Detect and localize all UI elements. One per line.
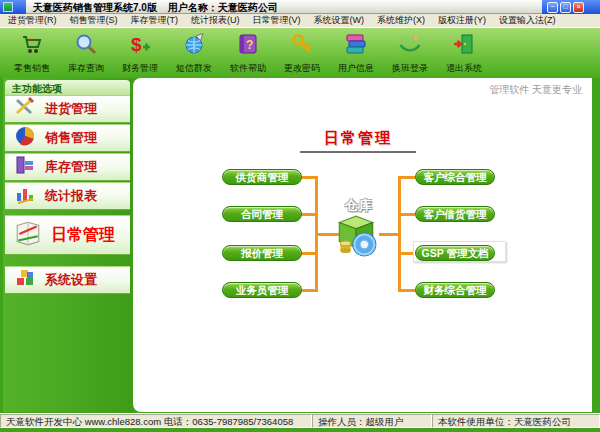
help-icon: ? (236, 32, 260, 60)
status-licensed-company: 本软件使用单位：天意医药公司 (432, 414, 600, 428)
diagram-button-supplier[interactable]: 供货商管理 (222, 169, 302, 185)
tool-label: 库存查询 (68, 62, 104, 75)
exit-icon (452, 32, 476, 60)
status-developer-info: 天意软件开发中心 www.chle828.com 电话：0635-7987985… (0, 414, 312, 428)
title-bar: 天意医药销售管理系统7.0版 用户名称：天意医药公司 − □ × (0, 0, 600, 14)
search-icon (74, 32, 98, 60)
connector-left-stub-2 (301, 213, 316, 216)
menu-purchase[interactable]: 进货管理(R) (8, 14, 57, 27)
sidebar-item-settings[interactable]: 系统设置 (5, 266, 130, 294)
tool-label: 用户信息 (338, 62, 374, 75)
menu-bar: 进货管理(R) 销售管理(S) 库存管理(T) 统计报表(U) 日常管理(V) … (0, 14, 600, 28)
sidebar-item-label: 销售管理 (45, 129, 97, 147)
toolbar-shift-login[interactable]: 换班登录 (386, 32, 434, 75)
diagram-button-salesman[interactable]: 业务员管理 (222, 282, 302, 298)
tool-label: 财务管理 (122, 62, 158, 75)
tool-label: 退出系统 (446, 62, 482, 75)
window-controls: − □ × (542, 0, 600, 14)
settings-icon (14, 267, 36, 293)
connector-right-stub-2 (401, 213, 415, 216)
toolbar-retail-sales[interactable]: 零售销售 (8, 32, 56, 75)
menu-input-method[interactable]: 设置输入法(Z) (499, 14, 556, 27)
toolbar-help[interactable]: ? 软件帮助 (224, 32, 272, 75)
sidebar-item-purchase[interactable]: 进货管理 (5, 95, 130, 123)
menu-registration[interactable]: 版权注册(Y) (438, 14, 486, 27)
daily-icon (14, 219, 42, 251)
purchase-icon (14, 96, 36, 122)
heading-divider (300, 151, 416, 153)
tool-label: 零售销售 (14, 62, 50, 75)
sidebar-item-inventory[interactable]: 库存管理 (5, 153, 130, 181)
status-bar: 天意软件开发中心 www.chle828.com 电话：0635-7987985… (0, 413, 600, 428)
toolbar-user-info[interactable]: 用户信息 (332, 32, 380, 75)
menu-maintenance[interactable]: 系统维护(X) (377, 14, 425, 27)
toolbar-exit[interactable]: 退出系统 (440, 32, 488, 75)
report-icon (14, 183, 36, 209)
menu-sales[interactable]: 销售管理(S) (70, 14, 118, 27)
menu-inventory[interactable]: 库存管理(T) (131, 14, 179, 27)
sidebar-item-label: 日常管理 (51, 225, 115, 246)
cart-icon (20, 32, 44, 60)
finance-icon: $ (128, 32, 152, 60)
toolbar-stock-query[interactable]: 库存查询 (62, 32, 110, 75)
restore-button[interactable]: □ (560, 2, 571, 13)
sidebar-item-daily[interactable]: 日常管理 (5, 215, 130, 255)
sidebar-item-label: 系统设置 (45, 271, 97, 289)
warehouse-icon (333, 212, 379, 258)
diagram-button-customer-borrow[interactable]: 客户借货管理 (415, 206, 495, 222)
minimize-button[interactable]: − (547, 2, 558, 13)
connector-right-stub-1 (401, 176, 415, 179)
diagram-button-contract[interactable]: 合同管理 (222, 206, 302, 222)
toolbar-sms[interactable]: 短信群发 (170, 32, 218, 75)
sidebar-header: 主功能选项 (5, 80, 130, 95)
diagram-button-gsp-docs[interactable]: GSP 管理文档 (415, 245, 495, 261)
sidebar-item-reports[interactable]: 统计报表 (5, 182, 130, 210)
toolbar-change-password[interactable]: 更改密码 (278, 32, 326, 75)
connector-left-stub-1 (301, 176, 316, 179)
inventory-icon (14, 154, 36, 180)
status-operator: 操作人员：超级用户 (312, 414, 432, 428)
main-content-panel: 管理软件 天意更专业 日常管理 仓库 (133, 78, 592, 412)
tool-label: 软件帮助 (230, 62, 266, 75)
tool-label: 换班登录 (392, 62, 428, 75)
sidebar-item-sales[interactable]: 销售管理 (5, 124, 130, 152)
titlebar-left-block (0, 0, 26, 14)
user-info-icon (344, 32, 368, 60)
menu-daily[interactable]: 日常管理(V) (253, 14, 301, 27)
app-window: 天意医药销售管理系统7.0版 用户名称：天意医药公司 − □ × 进货管理(R)… (0, 0, 600, 432)
connector-left-stub-3 (301, 252, 316, 255)
brand-slogan: 管理软件 天意更专业 (489, 83, 582, 97)
tool-label: 更改密码 (284, 62, 320, 75)
menu-reports[interactable]: 统计报表(U) (191, 14, 240, 27)
sidebar-item-label: 库存管理 (45, 158, 97, 176)
svg-text:$: $ (131, 34, 142, 55)
diagram-button-finance-mgmt[interactable]: 财务综合管理 (415, 282, 495, 298)
window-title: 天意医药销售管理系统7.0版 (33, 1, 157, 15)
connector-left-stub-4 (301, 289, 316, 292)
key-icon (290, 32, 314, 60)
window-user-label: 用户名称：天意医药公司 (168, 1, 278, 15)
sidebar: 主功能选项 进货管理 销售管理 库存管理 统计报表 日常管理 系统设置 (0, 78, 133, 412)
page-title: 日常管理 (268, 129, 448, 148)
toolbar-finance[interactable]: $ 财务管理 (116, 32, 164, 75)
close-button[interactable]: × (573, 2, 584, 13)
sidebar-item-label: 统计报表 (45, 187, 97, 205)
connector-right-stub-4 (401, 289, 415, 292)
tool-label: 短信群发 (176, 62, 212, 75)
connector-right-vertical (398, 176, 401, 292)
sales-icon (14, 125, 36, 151)
sms-icon (182, 32, 206, 60)
sidebar-item-label: 进货管理 (45, 100, 97, 118)
menu-settings[interactable]: 系统设置(W) (314, 14, 365, 27)
app-window-icon (3, 2, 13, 12)
diagram-button-customer-mgmt[interactable]: 客户综合管理 (415, 169, 495, 185)
shift-login-icon (398, 32, 422, 60)
toolbar: 零售销售 库存查询 $ 财务管理 短信群发 ? 软件帮助 更改密码 用户信息 换… (0, 28, 600, 78)
svg-text:?: ? (246, 38, 253, 52)
diagram-button-quotation[interactable]: 报价管理 (222, 245, 302, 261)
